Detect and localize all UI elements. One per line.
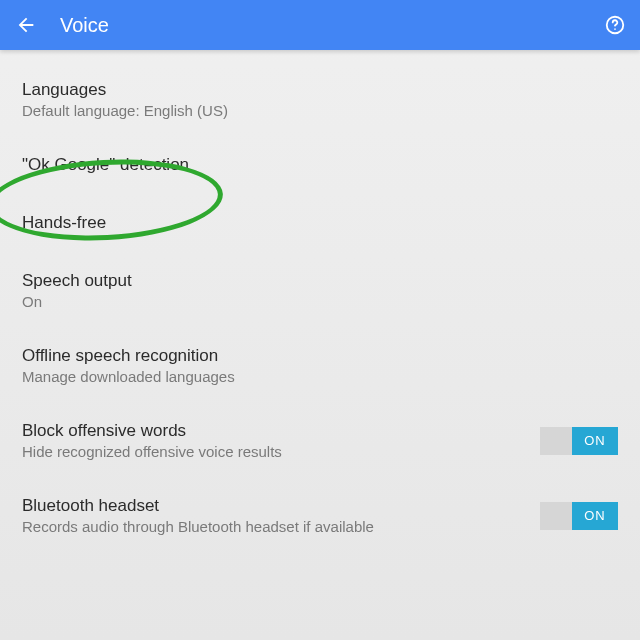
setting-title: Languages — [22, 80, 618, 100]
setting-title: "Ok Google" detection — [22, 155, 618, 175]
app-bar: Voice — [0, 0, 640, 50]
setting-title: Hands-free — [22, 213, 618, 233]
setting-offline-speech-recognition[interactable]: Offline speech recognition Manage downlo… — [22, 334, 618, 399]
setting-speech-output[interactable]: Speech output On — [22, 259, 618, 324]
setting-subtitle: Default language: English (US) — [22, 102, 618, 119]
setting-subtitle: Records audio through Bluetooth headset … — [22, 518, 540, 535]
toggle-bluetooth-headset[interactable]: ON — [540, 502, 618, 530]
setting-subtitle: On — [22, 293, 618, 310]
setting-languages[interactable]: Languages Default language: English (US) — [22, 68, 618, 133]
page-title: Voice — [60, 14, 604, 37]
help-icon[interactable] — [604, 14, 626, 36]
setting-title: Offline speech recognition — [22, 346, 618, 366]
toggle-state-label: ON — [572, 427, 618, 455]
setting-hands-free[interactable]: Hands-free — [22, 201, 618, 249]
setting-subtitle: Hide recognized offensive voice results — [22, 443, 540, 460]
settings-list: Languages Default language: English (US)… — [0, 50, 640, 549]
setting-block-offensive-words[interactable]: Block offensive words Hide recognized of… — [22, 409, 618, 474]
setting-title: Bluetooth headset — [22, 496, 540, 516]
setting-title: Block offensive words — [22, 421, 540, 441]
setting-title: Speech output — [22, 271, 618, 291]
setting-bluetooth-headset[interactable]: Bluetooth headset Records audio through … — [22, 484, 618, 549]
toggle-state-label: ON — [572, 502, 618, 530]
toggle-block-offensive[interactable]: ON — [540, 427, 618, 455]
svg-point-1 — [614, 28, 616, 30]
setting-subtitle: Manage downloaded languages — [22, 368, 618, 385]
back-arrow-icon[interactable] — [14, 13, 38, 37]
setting-ok-google-detection[interactable]: "Ok Google" detection — [22, 143, 618, 191]
